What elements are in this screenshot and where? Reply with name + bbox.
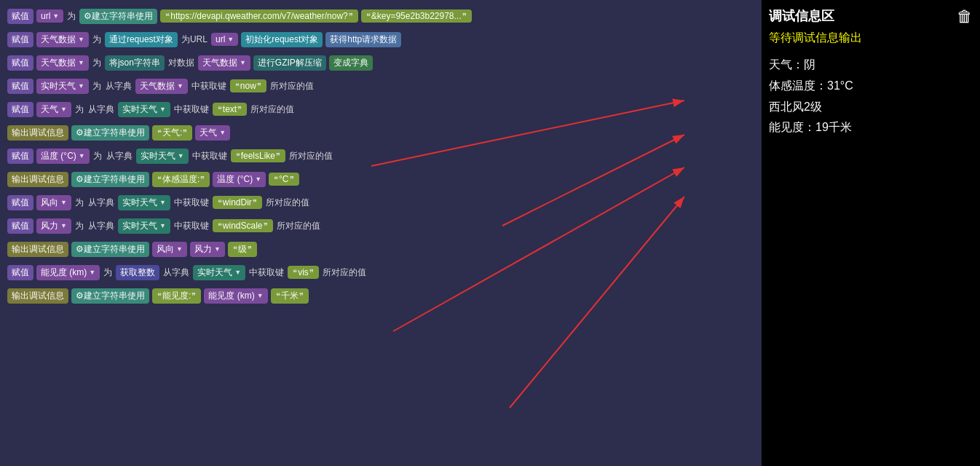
debug-line-2: 体感温度：31°C: [769, 76, 973, 97]
var-temp-2[interactable]: 温度 (°C) ▼: [213, 172, 266, 187]
debug-line-4: 能见度：19千米: [769, 117, 973, 138]
block-row-3: 赋值 天气数据 ▼ 为 将json字符串 对数据 天气数据 ▼ 进行GZIP解压…: [6, 52, 756, 73]
key-feellike[interactable]: ❝ feelsLike ❞: [231, 149, 285, 162]
str-level[interactable]: ❝ 级 ❞: [228, 242, 257, 257]
main-area: 赋值 url ▼ 为 ⚙ 建立字符串使用 ❝ https://devapi.qw…: [0, 0, 762, 466]
var-visibility[interactable]: 能见度 (km) ▼: [36, 265, 100, 280]
gear-icon-5: ⚙: [76, 291, 84, 301]
gear-icon: ⚙: [84, 11, 92, 21]
url-string-2[interactable]: ❝ &key=95e2b3b22978... ❞: [361, 9, 472, 23]
block-row-8: 输出调试信息 ⚙ 建立字符串使用 ❝ 体感温度: ❞ 温度 (°C) ▼ ❝ °…: [6, 169, 756, 189]
block-row-6: 输出调试信息 ⚙ 建立字符串使用 ❝ 天气: ❞ 天气 ▼: [6, 122, 756, 143]
build-string-2[interactable]: ⚙ 建立字符串使用: [71, 125, 149, 141]
url-string-1[interactable]: ❝ https://devapi.qweather.com/v7/weather…: [160, 9, 357, 23]
assign-block-9[interactable]: 赋值: [7, 195, 33, 210]
block-row-7: 赋值 温度 (°C) ▼ 为 从字典 实时天气 ▼ 中获取键 ❝ feelsLi…: [6, 146, 756, 166]
var-url[interactable]: url ▼: [36, 9, 63, 23]
get-int-block[interactable]: 获取整数: [116, 265, 159, 280]
build-string-5[interactable]: ⚙ 建立字符串使用: [71, 288, 149, 304]
var-realtime-5[interactable]: 实时天气 ▼: [118, 218, 170, 234]
block-row-11: 输出调试信息 ⚙ 建立字符串使用 风向 ▼ 风力 ▼ ❝ 级 ❞: [6, 239, 756, 259]
assign-block-10[interactable]: 赋值: [7, 218, 33, 234]
gear-icon-3: ⚙: [76, 174, 84, 184]
str-weather-label[interactable]: ❝ 天气: ❞: [152, 125, 192, 141]
key-now[interactable]: ❝ now ❞: [230, 79, 266, 92]
get-http-block[interactable]: 获得http请求数据: [325, 32, 401, 47]
key-winddir[interactable]: ❝ windDir ❞: [213, 196, 262, 209]
key-windscale[interactable]: ❝ windScale ❞: [213, 219, 273, 232]
var-wind-dir-2[interactable]: 风向 ▼: [152, 242, 187, 257]
var-realtime[interactable]: 实时天气 ▼: [36, 79, 89, 94]
gear-icon-2: ⚙: [76, 127, 84, 138]
var-weather-data-2[interactable]: 天气数据 ▼: [36, 55, 89, 71]
for-label: 为: [67, 10, 76, 23]
assign-block-2[interactable]: 赋值: [7, 32, 33, 47]
str-visibility-label[interactable]: ❝ 能见度: ❞: [152, 288, 201, 304]
dropdown-arrow: ▼: [52, 12, 59, 20]
debug-output-4[interactable]: 输出调试信息: [7, 288, 68, 304]
var-weather[interactable]: 天气 ▼: [36, 102, 71, 117]
var-wind-scale[interactable]: 风力 ▼: [36, 218, 71, 234]
block-row-1: 赋值 url ▼ 为 ⚙ 建立字符串使用 ❝ https://devapi.qw…: [6, 6, 756, 26]
var-realtime-3[interactable]: 实时天气 ▼: [136, 149, 189, 164]
var-url-2[interactable]: url ▼: [211, 33, 238, 46]
block-row-4: 赋值 实时天气 ▼ 为 从字典 天气数据 ▼ 中获取键 ❝ now ❞ 所对应的…: [6, 76, 756, 96]
gzip-block[interactable]: 进行GZIP解压缩: [253, 55, 326, 71]
to-dict-block[interactable]: 变成字典: [329, 55, 373, 71]
var-wind-dir[interactable]: 风向 ▼: [36, 195, 71, 210]
assign-block-5[interactable]: 赋值: [7, 102, 33, 117]
debug-line-3: 西北风2级: [769, 97, 973, 118]
debug-output-2[interactable]: 输出调试信息: [7, 172, 68, 187]
debug-panel: 调试信息区 等待调试信息输出 天气：阴 体感温度：31°C 西北风2级 能见度：…: [762, 0, 980, 466]
debug-output-3[interactable]: 输出调试信息: [7, 242, 68, 257]
key-text[interactable]: ❝ text ❞: [213, 103, 247, 116]
init-request-block[interactable]: 初始化request对象: [241, 32, 323, 47]
debug-title: 调试信息区: [769, 7, 973, 25]
var-weather-data-3[interactable]: 天气数据 ▼: [198, 55, 250, 71]
json-block[interactable]: 将json字符串: [105, 55, 165, 71]
debug-line-1: 天气：阴: [769, 55, 973, 76]
var-visibility-2[interactable]: 能见度 (km) ▼: [204, 288, 267, 304]
var-realtime-6[interactable]: 实时天气 ▼: [193, 265, 245, 280]
var-weather-data-1[interactable]: 天气数据 ▼: [36, 32, 89, 47]
block-row-5: 赋值 天气 ▼ 为 从字典 实时天气 ▼ 中获取键 ❝ text ❞ 所对应的值: [6, 99, 756, 119]
var-temp[interactable]: 温度 (°C) ▼: [36, 149, 90, 164]
debug-output-1[interactable]: 输出调试信息: [7, 125, 68, 141]
str-feelslike-label[interactable]: ❝ 体感温度: ❞: [152, 172, 210, 187]
block-row-9: 赋值 风向 ▼ 为 从字典 实时天气 ▼ 中获取键 ❝ windDir ❞ 所对…: [6, 192, 756, 213]
assign-block-4[interactable]: 赋值: [7, 79, 33, 94]
build-string-3[interactable]: ⚙ 建立字符串使用: [71, 172, 149, 187]
block-row-12: 赋值 能见度 (km) ▼ 为 获取整数 从字典 实时天气 ▼ 中获取键 ❝ v…: [6, 262, 756, 283]
debug-output-area: 天气：阴 体感温度：31°C 西北风2级 能见度：19千米: [769, 55, 973, 138]
assign-block-1[interactable]: 赋值: [7, 9, 33, 24]
debug-waiting: 等待调试信息输出: [769, 31, 973, 46]
var-wind-scale-2[interactable]: 风力 ▼: [190, 242, 225, 257]
key-vis[interactable]: ❝ vis ❞: [288, 266, 319, 279]
gear-icon-4: ⚙: [76, 244, 84, 254]
trash-icon[interactable]: 🗑: [957, 7, 973, 26]
var-realtime-2[interactable]: 实时天气 ▼: [118, 102, 170, 117]
var-weather-data-4[interactable]: 天气数据 ▼: [135, 79, 188, 94]
build-string-block-1[interactable]: ⚙ 建立字符串使用: [79, 9, 157, 24]
var-weather-2[interactable]: 天气 ▼: [195, 125, 230, 141]
str-km[interactable]: ❝ 千米 ❞: [271, 288, 309, 304]
assign-block-3[interactable]: 赋值: [7, 55, 33, 71]
block-row-2: 赋值 天气数据 ▼ 为 通过request对象 为URL url ▼ 初始化re…: [6, 29, 756, 50]
request-block[interactable]: 通过request对象: [105, 32, 178, 47]
var-realtime-4[interactable]: 实时天气 ▼: [118, 195, 170, 210]
assign-label: 赋值: [12, 10, 29, 23]
assign-block-7[interactable]: 赋值: [7, 149, 33, 164]
str-celsius[interactable]: ❝ °C ❞: [269, 173, 299, 186]
block-row-10: 赋值 风力 ▼ 为 从字典 实时天气 ▼ 中获取键 ❝ windScale ❞ …: [6, 216, 756, 236]
block-row-13: 输出调试信息 ⚙ 建立字符串使用 ❝ 能见度: ❞ 能见度 (km) ▼ ❝ 千…: [6, 285, 756, 306]
assign-block-12[interactable]: 赋值: [7, 265, 33, 280]
build-string-4[interactable]: ⚙ 建立字符串使用: [71, 242, 149, 257]
